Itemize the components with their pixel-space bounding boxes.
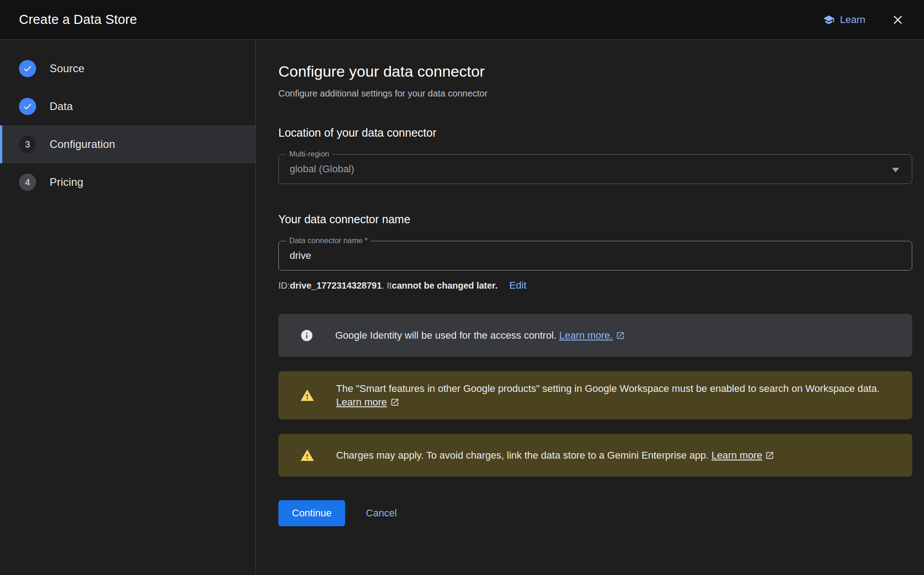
school-icon — [823, 14, 835, 26]
stepper-sidebar: Source Data 3 Configuration 4 Pricing — [0, 40, 256, 575]
charges-warning-text: Charges may apply. To avoid charges, lin… — [336, 449, 774, 462]
dialog-actions: Continue Cancel — [278, 500, 912, 553]
sidebar-item-configuration[interactable]: 3 Configuration — [0, 125, 255, 163]
sidebar-item-source[interactable]: Source — [0, 50, 255, 87]
external-link-icon — [765, 451, 774, 460]
select-field-label: Multi-region — [286, 150, 333, 159]
close-icon — [891, 13, 905, 27]
location-section-heading: Location of your data connector — [278, 125, 912, 140]
check-icon — [23, 64, 32, 74]
info-icon — [300, 329, 314, 342]
workspace-warning-text: The "Smart features in other Google prod… — [336, 382, 894, 409]
step-label: Source — [50, 62, 84, 75]
connector-id-helper: ID: drive_1772314328791. It cannot be ch… — [278, 280, 912, 291]
info-text: Google Identity will be used for the acc… — [335, 330, 559, 341]
multi-region-select[interactable]: Multi-region global (Global) — [278, 154, 912, 184]
step-label: Pricing — [50, 176, 83, 189]
dialog-header: Create a Data Store Learn — [0, 0, 924, 40]
step-number-badge: 3 — [19, 136, 36, 153]
step-complete-badge — [19, 60, 36, 77]
dialog-body: Source Data 3 Configuration 4 Pricing Co… — [0, 40, 924, 575]
step-complete-badge — [19, 98, 36, 115]
edit-id-link[interactable]: Edit — [509, 280, 527, 291]
step-number-badge: 4 — [19, 174, 36, 191]
select-field-value: global (Global) — [279, 155, 912, 184]
helper-prefix: ID: — [278, 281, 290, 291]
step-label: Data — [50, 100, 73, 113]
continue-button[interactable]: Continue — [278, 500, 345, 526]
workspace-warning-banner: The "Smart features in other Google prod… — [278, 371, 912, 419]
close-button[interactable] — [891, 13, 905, 27]
warning2-learn-more-link[interactable]: Learn more — [711, 450, 762, 461]
connector-name-input[interactable] — [279, 241, 912, 270]
content-subtitle: Configure additional settings for your d… — [278, 87, 912, 99]
step-label: Configuration — [50, 138, 115, 151]
warning2-text: Charges may apply. To avoid charges, lin… — [336, 450, 711, 461]
info-learn-more-link[interactable]: Learn more. — [559, 330, 613, 341]
info-banner-text: Google Identity will be used for the acc… — [335, 329, 625, 342]
main-content: Configure your data connector Configure … — [256, 40, 924, 575]
content-title: Configure your data connector — [278, 61, 912, 81]
external-link-icon — [616, 331, 625, 340]
warning1-learn-more-link[interactable]: Learn more — [336, 396, 387, 408]
helper-id-value: drive_1772314328791 — [290, 281, 382, 291]
charges-warning-banner: Charges may apply. To avoid charges, lin… — [278, 434, 912, 477]
warning-icon — [300, 448, 314, 463]
helper-bold-text: cannot be changed later. — [392, 281, 498, 291]
sidebar-item-data[interactable]: Data — [0, 87, 255, 125]
dropdown-caret-icon — [892, 168, 899, 172]
connector-name-field: Data connector name * — [278, 241, 912, 271]
warning-icon — [300, 388, 314, 403]
page-title: Create a Data Store — [19, 12, 137, 27]
header-actions: Learn — [823, 13, 905, 27]
sidebar-item-pricing[interactable]: 4 Pricing — [0, 163, 255, 201]
learn-label: Learn — [840, 14, 865, 26]
helper-mid: . It — [382, 281, 392, 291]
warning1-text: The "Smart features in other Google prod… — [336, 383, 880, 394]
info-banner: Google Identity will be used for the acc… — [278, 314, 912, 357]
name-section-heading: Your data connector name — [278, 212, 912, 226]
learn-button[interactable]: Learn — [823, 14, 865, 26]
cancel-button[interactable]: Cancel — [366, 507, 397, 519]
external-link-icon — [390, 398, 399, 407]
text-field-label: Data connector name * — [286, 236, 371, 245]
check-icon — [23, 101, 32, 111]
